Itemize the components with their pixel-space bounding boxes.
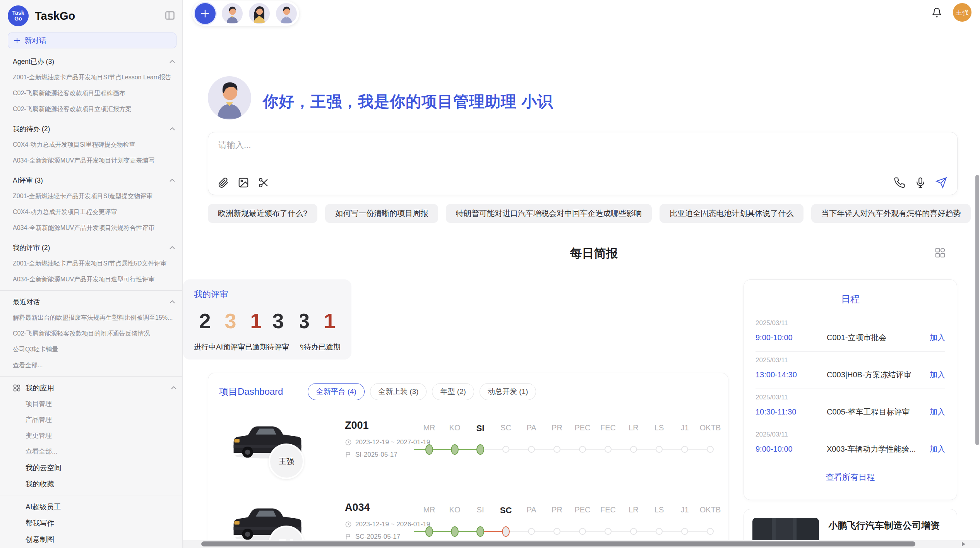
recent-chat-item[interactable]: 解释最新出台的欧盟报废车法规再生塑料比例被调至15%... [13,310,177,325]
app-child-item[interactable]: 查看全部... [13,444,177,459]
project-row[interactable]: 王强 Z001 2023-12-19 ~ 2027-01-19 [219,414,717,491]
sidebar-section-header[interactable]: Agent已办 (3) [13,53,177,69]
suggestion-chip[interactable]: 欧洲新规最近颁布了什么? [208,204,317,223]
sidebar-section-title: 我的待办 (2) [13,124,50,134]
schedule-list: 2025/03/11 9:00-10:00 C001-立项审批会 加入 2025… [756,315,945,463]
divider [0,290,182,291]
recent-chat-item[interactable]: C02-飞腾新能源轻客改款项目的闭环通告反馈情况 [13,325,177,341]
horizontal-scrollbar[interactable] [183,540,980,548]
sidebar-section-header[interactable]: 我的评审 (2) [13,240,177,255]
sidebar-conversation-item[interactable]: C02-飞腾新能源轻客改款项目立项汇报方案 [13,101,177,117]
chat-input[interactable] [218,139,838,165]
sidebar-link[interactable]: 我的收藏 [13,476,177,492]
sidebar-tool[interactable]: 创意制图 [13,531,177,547]
event-date: 2025/03/11 [756,356,945,364]
recent-chats-header[interactable]: 最近对话 [13,294,177,310]
sidebar-conversation-item[interactable]: A034-全新新能源MUV产品开发项目法规符合性评审 [13,220,177,236]
sidebar-tool[interactable]: AI超级员工 [13,498,177,515]
project-list: 王强 Z001 2023-12-19 ~ 2027-01-19 [208,414,728,548]
view-all-schedule-link[interactable]: 查看所有日程 [756,472,945,483]
dashboard-filter-tab[interactable]: 年型 (2) [432,383,474,400]
sidebar-conversation-item[interactable]: A034-全新新能源MUV产品开发项目造型可行性评审 [13,271,177,287]
milestone-label: FEC [595,423,621,435]
vertical-scrollbar[interactable] [975,0,980,548]
apps-grid-icon [13,384,21,392]
dashboard-filter-tab[interactable]: 动总开发 (1) [480,383,536,400]
event-join-link[interactable]: 加入 [930,407,945,417]
new-chat-button[interactable]: 新对话 [8,33,176,48]
stat-card: 我的评审 2 进行中 3 AI预评审 1 已逾期 3 [183,279,300,360]
milestone-node: OKTB [697,423,723,462]
sidebar-conversation-item[interactable]: C0X4-动力总成开发项目工程变更评审 [13,204,177,220]
event-join-link[interactable]: 加入 [930,332,945,343]
send-icon[interactable] [935,177,947,188]
milestone-dot [502,526,510,537]
layout-grid-icon[interactable] [934,247,946,259]
suggestion-chip[interactable]: 特朗普可能对进口汽车增税会对中国车企造成哪些影响 [446,204,652,223]
dashboard-filter-tab[interactable]: 全新上装 (3) [370,383,427,400]
milestone-label: SI [468,423,493,435]
app-child-item[interactable]: 项目管理 [13,396,177,412]
milestone-node: SC [493,423,519,462]
milestone-dot [681,528,688,535]
milestone-dot [630,446,637,453]
milestone-timeline: MR KO [416,505,723,544]
conversation-avatar[interactable] [249,3,270,24]
main-area: 王强 你好，王强，我是你的项目管理助理 小识 [183,0,980,548]
microphone-icon[interactable] [915,177,926,188]
event-join-link[interactable]: 加入 [930,444,945,454]
sidebar-link[interactable]: 我的云空间 [13,459,177,476]
milestone-dot [528,446,535,453]
sidebar-section-header[interactable]: 我的待办 (2) [13,121,177,137]
user-avatar[interactable]: 王强 [953,3,971,22]
attachment-icon[interactable] [218,177,229,188]
sidebar-toggle-icon[interactable] [164,10,175,21]
sidebar-tool[interactable]: 帮我写作 [13,515,177,531]
conversation-avatar-pill [192,1,299,26]
milestone-dot [707,528,714,535]
horizontal-scrollbar-thumb[interactable] [201,541,915,546]
milestone-timeline: MR KO [416,423,723,462]
recent-chats-list: 解释最新出台的欧盟报废车法规再生塑料比例被调至15%...C02-飞腾新能源轻客… [13,310,177,373]
milestone-dot [579,446,586,453]
event-join-link[interactable]: 加入 [930,370,945,380]
notification-bell-icon[interactable] [932,7,942,18]
sidebar-item-my-apps[interactable]: 我的应用 [13,380,177,396]
dashboard-filter-tab[interactable]: 全新平台 (4) [308,383,365,400]
scroll-right-arrow-icon[interactable] [962,542,965,546]
stat-label: AI预评审 [216,342,245,352]
suggestion-chip[interactable]: 当下年轻人对汽车外观有怎样的喜好趋势 [811,204,971,223]
suggestion-chip[interactable]: 比亚迪全固态电池计划具体说了什么 [660,204,804,223]
vertical-scrollbar-thumb[interactable] [975,175,979,445]
add-conversation-button[interactable] [195,3,216,24]
milestone-dot [553,446,560,453]
recent-chat-item[interactable]: 查看全部... [13,357,177,373]
news-title: 小鹏飞行汽车制造公司增资 [828,519,948,532]
stat-card-title: 我的评审 [194,289,289,300]
conversation-avatar[interactable] [222,3,243,24]
scissors-icon[interactable] [258,177,269,188]
stat: 3 待评审 [267,309,289,352]
recent-chat-item[interactable]: 公司Q3轻卡销量 [13,341,177,357]
sidebar-section: AI评审 (3) Z001-全新燃油轻卡产品开发项目SI造型提交物评审C0X4-… [13,172,177,236]
sidebar-conversation-item[interactable]: C02-飞腾新能源轻客改款项目里程碑画布 [13,85,177,101]
image-upload-icon[interactable] [238,177,249,188]
sidebar-tool-label: AI超级员工 [26,502,61,512]
app-child-item[interactable]: 变更管理 [13,428,177,444]
app-child-item[interactable]: 产品管理 [13,412,177,428]
divider [0,495,182,495]
suggestion-chip[interactable]: 如何写一份清晰的项目周报 [325,204,438,223]
event-time: 9:00-10:00 [756,333,814,342]
sidebar-tool-label: 创意制图 [26,534,54,544]
conversation-avatar[interactable] [276,3,297,24]
sidebar-conversation-item[interactable]: C0X4-动力总成开发项目SI里程碑提交物检查 [13,137,177,152]
call-icon[interactable] [894,177,905,188]
sidebar-header: Task Go TaskGo [0,0,182,26]
sidebar-conversation-item[interactable]: A034-全新新能源MUV产品开发项目计划变更表编写 [13,152,177,168]
sidebar-conversation-item[interactable]: Z001-全新燃油轻卡产品开发项目SI造型提交物评审 [13,188,177,204]
new-chat-label: 新对话 [24,36,46,46]
sidebar-conversation-item[interactable]: Z001-全新燃油轻卡产品开发项目SI节点属性5D文件评审 [13,255,177,271]
flag-icon [345,451,352,458]
sidebar-section-header[interactable]: AI评审 (3) [13,172,177,188]
sidebar-conversation-item[interactable]: Z001-全新燃油皮卡产品开发项目SI节点Lesson Learn报告 [13,69,177,85]
